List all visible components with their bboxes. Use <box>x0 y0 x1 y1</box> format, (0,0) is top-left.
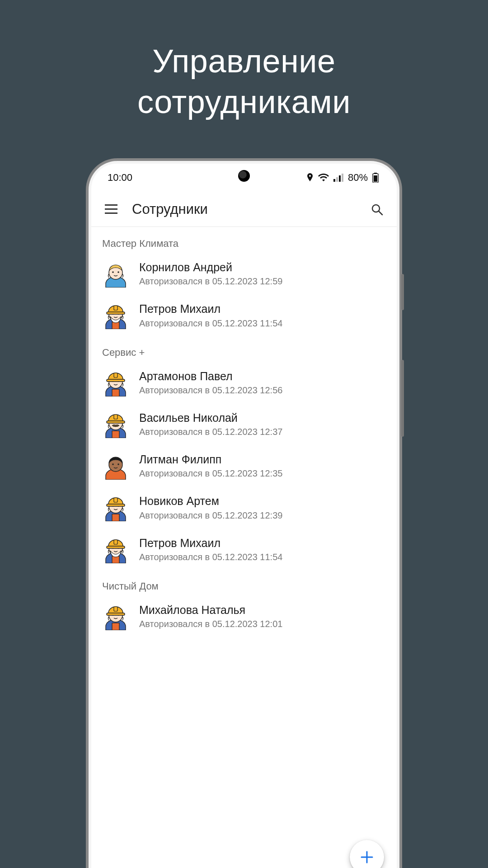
employee-name: Литман Филипп <box>139 453 386 467</box>
hamburger-icon <box>105 204 117 214</box>
group-header: Чистый Дом <box>91 570 397 595</box>
cellular-icon <box>333 174 343 182</box>
employee-row[interactable]: Новиков АртемАвторизовался в 05.12.2023 … <box>91 486 397 528</box>
employee-row[interactable]: Михайлова НатальяАвторизовался в 05.12.2… <box>91 595 397 637</box>
plus-icon <box>360 850 374 864</box>
status-indicators: 80% <box>306 172 379 184</box>
employee-last-login: Авторизовался в 05.12.2023 12:56 <box>139 384 386 396</box>
svg-rect-17 <box>374 175 377 182</box>
employee-text: Михайлова НатальяАвторизовался в 05.12.2… <box>139 603 386 630</box>
employee-row[interactable]: Артамонов ПавелАвторизовался в 05.12.202… <box>91 361 397 403</box>
svg-rect-18 <box>105 204 117 206</box>
svg-line-22 <box>379 211 382 215</box>
avatar <box>102 453 129 480</box>
group-header: Мастер Климата <box>91 227 397 252</box>
employee-row[interactable]: Литман ФилиппАвторизовался в 05.12.2023 … <box>91 444 397 486</box>
employee-text: Новиков АртемАвторизовался в 05.12.2023 … <box>139 494 386 521</box>
avatar <box>102 302 129 329</box>
employee-last-login: Авторизовался в 05.12.2023 11:54 <box>139 317 386 330</box>
page-title: Сотрудники <box>132 201 356 217</box>
status-time: 10:00 <box>108 172 132 184</box>
employee-last-login: Авторизовался в 05.12.2023 11:54 <box>139 551 386 563</box>
phone-camera <box>238 170 250 182</box>
employee-row[interactable]: Васильев НиколайАвторизовался в 05.12.20… <box>91 403 397 444</box>
search-button[interactable] <box>368 200 386 218</box>
phone-frame: 10:00 80% Сотрудники Мастер КлиматаКорни… <box>86 158 402 868</box>
app-bar: Сотрудники <box>91 192 397 227</box>
employee-name: Новиков Артем <box>139 494 386 508</box>
phone-side-button <box>401 360 404 437</box>
employee-name: Корнилов Андрей <box>139 260 386 274</box>
employee-text: Петров МихаилАвторизовался в 05.12.2023 … <box>139 302 386 329</box>
avatar <box>102 411 129 438</box>
employee-text: Петров МихаилАвторизовался в 05.12.2023 … <box>139 536 386 563</box>
group-header: Сервис + <box>91 336 397 361</box>
employee-last-login: Авторизовался в 05.12.2023 12:01 <box>139 618 386 630</box>
avatar <box>102 603 129 630</box>
employee-last-login: Авторизовался в 05.12.2023 12:39 <box>139 509 386 522</box>
employee-text: Литман ФилиппАвторизовался в 05.12.2023 … <box>139 453 386 480</box>
avatar <box>102 536 129 563</box>
employee-last-login: Авторизовался в 05.12.2023 12:59 <box>139 275 386 288</box>
promo-line1: Управление <box>152 43 335 79</box>
svg-rect-13 <box>339 175 341 182</box>
svg-rect-19 <box>105 208 117 210</box>
employee-text: Васильев НиколайАвторизовался в 05.12.20… <box>139 411 386 438</box>
svg-rect-12 <box>336 177 338 182</box>
promo-line2: сотрудниками <box>137 84 351 120</box>
avatar <box>102 260 129 288</box>
employee-name: Васильев Николай <box>139 411 386 425</box>
avatar <box>102 494 129 521</box>
location-icon <box>306 173 314 182</box>
employee-last-login: Авторизовался в 05.12.2023 12:37 <box>139 426 386 438</box>
phone-screen: 10:00 80% Сотрудники Мастер КлиматаКорни… <box>91 164 397 868</box>
employee-text: Артамонов ПавелАвторизовался в 05.12.202… <box>139 369 386 396</box>
employee-row[interactable]: Петров МихаилАвторизовался в 05.12.2023 … <box>91 528 397 570</box>
svg-rect-14 <box>342 174 343 182</box>
promo-title: Управление сотрудниками <box>0 0 488 122</box>
employee-name: Петров Михаил <box>139 536 386 550</box>
battery-pct: 80% <box>348 172 368 184</box>
svg-rect-20 <box>105 212 117 214</box>
employee-row[interactable]: Петров МихаилАвторизовался в 05.12.2023 … <box>91 294 397 335</box>
add-employee-fab[interactable] <box>350 840 384 868</box>
svg-rect-11 <box>333 179 335 182</box>
search-icon <box>371 203 383 216</box>
employee-name: Артамонов Павел <box>139 369 386 383</box>
avatar <box>102 369 129 396</box>
employee-row[interactable]: Корнилов АндрейАвторизовался в 05.12.202… <box>91 252 397 294</box>
employee-name: Петров Михаил <box>139 302 386 316</box>
menu-button[interactable] <box>102 200 120 218</box>
employee-text: Корнилов АндрейАвторизовался в 05.12.202… <box>139 260 386 288</box>
employee-name: Михайлова Наталья <box>139 603 386 617</box>
wifi-icon <box>318 174 329 182</box>
battery-icon <box>372 173 379 183</box>
employee-last-login: Авторизовался в 05.12.2023 12:35 <box>139 467 386 480</box>
phone-side-button <box>401 274 404 310</box>
employee-list[interactable]: Мастер КлиматаКорнилов АндрейАвторизовал… <box>91 227 397 637</box>
